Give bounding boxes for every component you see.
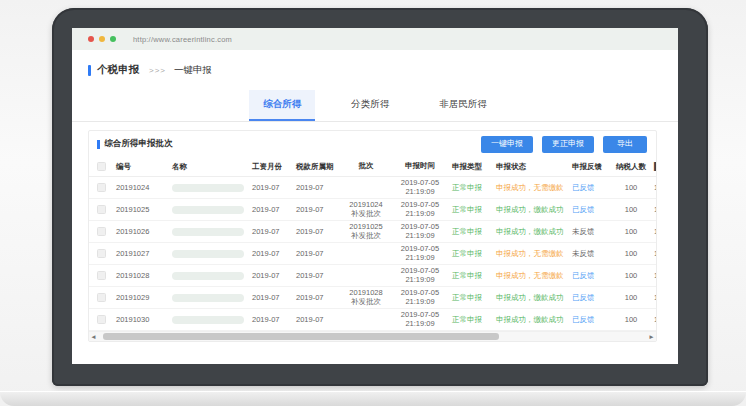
row-checkbox[interactable] [97,183,106,192]
declare-time-cell: 2019-07-0521:19:09 [391,267,449,284]
declare-status-cell: 申报成功，无需缴款 [493,249,569,259]
declare-status-cell: 申报成功，无需缴款 [493,183,569,193]
salary-month-cell: 2019-07 [249,315,293,324]
tab-comprehensive-income[interactable]: 综合所得 [249,90,315,121]
name-cell [169,272,249,280]
browser-toolbar: http://www.careerintlinc.com [72,28,678,50]
feedback-status-cell: 已反馈 [569,293,611,303]
declare-status-cell: 申报成功，缴款成功 [493,227,569,237]
batch-label: 补发批次 [344,210,388,219]
declare-clock: 21:19:09 [394,210,446,219]
traffic-light-close-icon[interactable] [88,36,94,42]
tax-period-cell: 2019-07 [293,205,341,214]
row-checkbox[interactable] [97,205,106,214]
scroll-right-arrow-icon[interactable]: ► [647,332,656,342]
traffic-light-maximize-icon[interactable] [110,36,116,42]
traffic-light-minimize-icon[interactable] [99,36,105,42]
horizontal-scrollbar[interactable]: ◄ ► [89,331,656,341]
declare-type-cell: 正常申报 [449,271,493,281]
clipped-value-cell: 110 [651,293,656,302]
row-select-cell [89,271,113,281]
salary-month-cell: 2019-07 [249,249,293,258]
salary-month-cell: 2019-07 [249,183,293,192]
name-cell [169,294,249,302]
tax-period-cell: 2019-07 [293,293,341,302]
row-checkbox[interactable] [97,271,106,280]
declare-status-cell: 申报成功，缴款成功 [493,293,569,303]
taxpayer-count-cell: 100 [611,271,651,280]
batch-table: 编号名称工资月份税款所属期批次申报时间申报类型申报状态申报反馈纳税人数▌ 201… [89,157,656,331]
clipped-value-cell: 110 [651,205,656,214]
declare-clock: 21:19:09 [394,276,446,285]
panel-header: 综合所得申报批次 一键申报 更正申报 导出 [89,131,656,157]
declare-type-cell: 正常申报 [449,315,493,325]
tax-period-cell: 2019-07 [293,227,341,236]
redacted-name-placeholder [172,184,244,192]
salary-month-cell: 2019-07 [249,293,293,302]
feedback-status-cell: 已反馈 [569,315,611,325]
column-header: 纳税人数 [611,162,651,172]
redacted-name-placeholder [172,294,244,302]
export-button[interactable]: 导出 [603,136,647,153]
declare-clock: 21:19:09 [394,298,446,307]
feedback-status-cell: 已反馈 [569,271,611,281]
select-all-checkbox[interactable] [97,162,106,171]
batch-cell: 20191025补发批次 [341,223,391,240]
name-cell [169,316,249,324]
salary-month-cell: 2019-07 [249,205,293,214]
clipped-column-header: ▌ [654,162,656,171]
one-click-declare-button[interactable]: 一键申报 [481,136,533,153]
taxpayer-count-cell: 100 [611,315,651,324]
scrollbar-thumb[interactable] [103,333,498,340]
declare-type-cell: 正常申报 [449,183,493,193]
row-checkbox[interactable] [97,293,106,302]
declare-time-cell: 2019-07-0521:19:09 [391,201,449,218]
tax-period-cell: 2019-07 [293,249,341,258]
panel-actions: 一键申报 更正申报 导出 [481,136,647,153]
declare-type-cell: 正常申报 [449,249,493,259]
clipped-value-cell: 110 [651,315,656,324]
table-row: 201910272019-072019-072019-07-0521:19:09… [89,243,656,265]
name-cell [169,184,249,192]
declare-time-cell: 2019-07-0521:19:09 [391,311,449,328]
redacted-name-placeholder [172,316,244,324]
batch-cell: 20191028补发批次 [341,289,391,306]
breadcrumb-current: 一键申报 [174,64,212,77]
table-container: 编号名称工资月份税款所属期批次申报时间申报类型申报状态申报反馈纳税人数▌ 201… [89,157,656,331]
batch-cell: 20191024补发批次 [341,201,391,218]
tab-classified-income[interactable]: 分类所得 [337,90,403,121]
batch-number-cell: 20191026 [113,227,169,236]
clipped-value-cell: 110 [651,271,656,280]
row-select-cell [89,227,113,237]
row-select-cell [89,205,113,215]
address-bar[interactable]: http://www.careerintlinc.com [133,35,232,44]
row-checkbox[interactable] [97,249,106,258]
redacted-name-placeholder [172,272,244,280]
row-checkbox[interactable] [97,227,106,236]
column-header: 编号 [113,162,169,172]
accent-bar [88,65,91,76]
declare-time-cell: 2019-07-0521:19:09 [391,223,449,240]
correct-declare-button[interactable]: 更正申报 [542,136,594,153]
clipped-value-cell: 110 [651,183,656,192]
row-select-cell [89,315,113,325]
declare-clock: 21:19:09 [394,320,446,329]
declare-status-cell: 申报成功，缴款成功 [493,315,569,325]
row-select-cell [89,293,113,303]
declare-clock: 21:19:09 [394,188,446,197]
table-row: 201910252019-072019-0720191024补发批次2019-0… [89,199,656,221]
row-checkbox[interactable] [97,315,106,324]
batch-number-cell: 20191027 [113,249,169,258]
browser-window: http://www.careerintlinc.com 个税申报 >>> 一键… [72,28,678,364]
redacted-name-placeholder [172,250,244,258]
scrollbar-track[interactable] [98,333,647,341]
batch-number-cell: 20191028 [113,271,169,280]
name-cell [169,250,249,258]
table-row: 201910302019-072019-072019-07-0521:19:09… [89,309,656,331]
feedback-status-cell: 已反馈 [569,205,611,215]
laptop-base [0,392,746,406]
clipped-value-cell: 110 [651,249,656,258]
column-header: ▌ [651,162,656,171]
scroll-left-arrow-icon[interactable]: ◄ [89,332,98,342]
tab-nonresident-income[interactable]: 非居民所得 [425,90,501,121]
